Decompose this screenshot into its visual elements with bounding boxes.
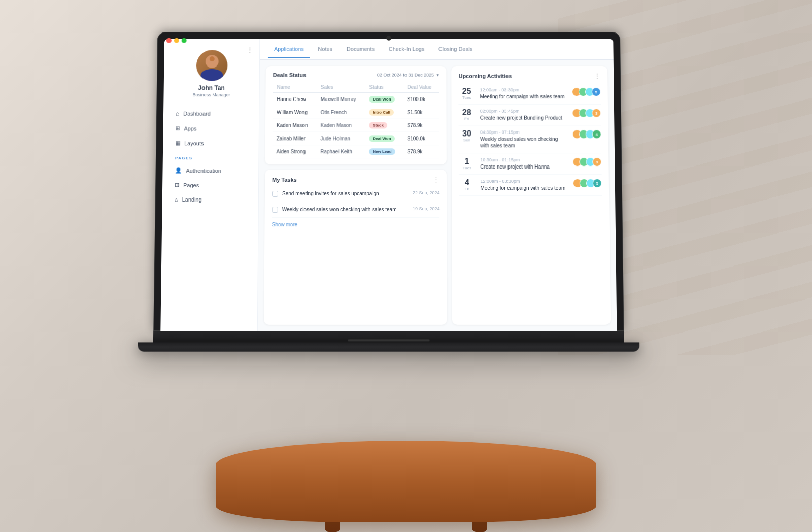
table-row: Hanna Chew Maxwell Murray Deal Won $100.… (273, 93, 439, 106)
activity-details: 02:00pm - 03:45pm Create new project Bun… (480, 109, 567, 121)
task-date: 22 Sep, 2024 (413, 190, 440, 195)
col-name: Name (273, 82, 317, 92)
activities-more-icon[interactable]: ⋮ (594, 72, 600, 80)
sidebar-item-label: Dashboard (183, 111, 211, 117)
status-badge: Stuck (369, 122, 387, 129)
sidebar-item-label: Landing (182, 196, 201, 203)
cell-status: Deal Won (365, 93, 403, 106)
desk-surface (216, 441, 596, 522)
task-checkbox[interactable] (272, 191, 278, 197)
tasks-list: Send meeting invites for sales upcampaig… (272, 186, 440, 218)
deals-date-dropdown-icon[interactable]: ▾ (437, 73, 439, 78)
cell-name: Aiden Strong (272, 145, 316, 158)
cell-name: Hanna Chew (273, 93, 317, 106)
tab-applications[interactable]: Applications (268, 41, 310, 57)
tasks-header: My Tasks ⋮ (272, 176, 439, 183)
cell-sales: Otis French (317, 106, 365, 119)
sidebar-item-dashboard[interactable]: ⌂ Dashboard (170, 107, 253, 121)
dashboard-icon: ⌂ (176, 110, 179, 117)
activity-date-block: 30 Sun (459, 129, 475, 142)
activity-item: 28 Fri 02:00pm - 03:45pm Create new proj… (459, 105, 601, 126)
left-column: Deals Status 02 Oct 2024 to 31 Dec 2025 … (264, 66, 447, 325)
activity-weekday: Fri (464, 117, 469, 121)
activity-time: 02:00pm - 03:45pm (480, 109, 567, 114)
pages-icon: ⊞ (175, 182, 179, 188)
task-checkbox[interactable] (272, 207, 278, 213)
tasks-more-icon[interactable]: ⋮ (433, 176, 439, 183)
tab-closing-deals[interactable]: Closing Deals (432, 41, 479, 57)
deals-title: Deals Status (273, 72, 307, 78)
cell-value: $78.9k (403, 119, 440, 132)
my-tasks-card: My Tasks ⋮ Send meeting invites for sale… (264, 170, 447, 325)
maximize-button-green[interactable] (182, 38, 187, 43)
col-status: Status (365, 82, 403, 92)
tab-check-in-logs[interactable]: Check-In Logs (383, 41, 430, 57)
cell-name: William Wong (273, 106, 317, 119)
activity-time: 04:30pm - 07:15pm (480, 129, 567, 135)
status-badge: Intro Call (369, 109, 393, 116)
sidebar-item-layouts[interactable]: ▦ Layouts (169, 136, 253, 150)
sidebar-nav: ⌂ Dashboard ⊞ Apps ▦ Layouts PAGES (162, 107, 259, 207)
sidebar-more-icon[interactable]: ⋮ (246, 46, 253, 54)
sidebar-item-pages[interactable]: ⊞ Pages (168, 178, 252, 192)
main-content: Applications Notes Documents Check-In Lo… (258, 39, 617, 331)
cell-value: $1.50k (403, 106, 440, 119)
layouts-icon: ▦ (175, 140, 180, 146)
tasks-title: My Tasks (272, 177, 297, 183)
minimize-button-yellow[interactable] (174, 38, 179, 43)
deals-table: Name Sales Status Deal Value Hanna Chew … (272, 82, 439, 158)
task-text: Weekly closed sales won checking with sa… (282, 206, 409, 213)
avatar-count: 5 (592, 87, 601, 96)
activity-day: 25 (462, 87, 471, 95)
activity-date-block: 28 Fri (459, 109, 475, 121)
sidebar-item-apps[interactable]: ⊞ Apps (169, 122, 253, 136)
activity-date-block: 1 Tues (459, 157, 475, 170)
cell-sales: Raphael Keith (316, 145, 365, 158)
cell-value: $78.9k (403, 145, 440, 158)
sidebar-item-authentication[interactable]: 👤 Authentication (168, 163, 252, 177)
content-area: Deals Status 02 Oct 2024 to 31 Dec 2025 … (258, 60, 617, 331)
activity-weekday: Tues (462, 95, 471, 100)
table-row: Zainab Miller Jude Holman Deal Won $100.… (273, 132, 440, 145)
laptop-screen-bezel: ⋮ John Tan Business Manager ⌂ (153, 32, 624, 331)
upcoming-activities-card: Upcoming Activities ⋮ 25 Tues 12:00am - … (452, 66, 611, 325)
user-name: John Tan (198, 84, 224, 91)
cell-sales: Maxwell Murray (317, 93, 365, 106)
activity-day: 30 (462, 129, 471, 138)
sidebar-item-label: Layouts (184, 140, 204, 146)
cell-value: $100.0k (403, 93, 440, 106)
activity-time: 12:00am - 03:30pm (480, 87, 567, 92)
tab-notes[interactable]: Notes (312, 41, 339, 57)
cell-sales: Jude Holman (316, 132, 365, 145)
right-column: Upcoming Activities ⋮ 25 Tues 12:00am - … (452, 66, 611, 325)
sidebar-item-label: Authentication (186, 168, 221, 174)
camera (386, 36, 391, 41)
show-more-link[interactable]: Show more (272, 222, 297, 227)
deals-card-header: Deals Status 02 Oct 2024 to 31 Dec 2025 … (273, 72, 439, 78)
screen-content: ⋮ John Tan Business Manager ⌂ (160, 39, 617, 331)
activity-title: Weekly closed sales won checking with sa… (480, 136, 567, 149)
landing-icon: ⌂ (175, 196, 178, 203)
status-badge: New Lead (369, 148, 395, 155)
task-date: 19 Sep, 2024 (413, 206, 440, 211)
activity-details: 12:00am - 03:30pm Meeting for campaign w… (480, 87, 567, 100)
status-badge: Deal Won (369, 135, 394, 142)
cell-status: Stuck (365, 119, 403, 132)
task-item: Weekly closed sales won checking with sa… (272, 202, 440, 218)
cell-name: Kaden Mason (273, 119, 317, 132)
tab-documents[interactable]: Documents (341, 41, 381, 57)
task-text: Send meeting invites for sales upcampaig… (282, 190, 409, 197)
close-button-red[interactable] (166, 38, 172, 43)
table-row: William Wong Otis French Intro Call $1.5… (273, 106, 439, 119)
tabs-bar: Applications Notes Documents Check-In Lo… (260, 39, 614, 60)
avatar-count: 3 (592, 109, 601, 118)
activity-title: Create new project Bundling Product (480, 115, 567, 121)
task-item: Send meeting invites for sales upcampaig… (272, 186, 440, 202)
activity-title: Meeting for campaign with sales team (480, 93, 567, 100)
activity-time: 12:00am - 03:30pm (480, 179, 568, 184)
activity-day: 28 (462, 109, 471, 117)
laptop-base (153, 331, 624, 342)
activity-weekday: Fri (465, 187, 469, 191)
sidebar-item-landing[interactable]: ⌂ Landing (168, 193, 252, 206)
user-role: Business Manager (192, 92, 230, 97)
